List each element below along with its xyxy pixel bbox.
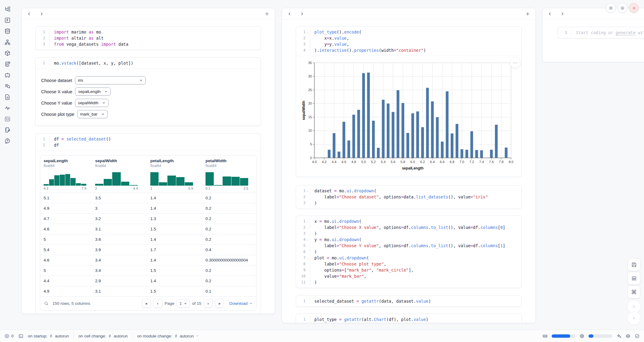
code-editor[interactable]: 1plot_type = getattr(alt.Chart(df), plot… xyxy=(296,314,521,323)
chevron-right-icon[interactable] xyxy=(560,12,564,16)
next-page-button[interactable]: › xyxy=(204,299,213,308)
shutdown-button[interactable] xyxy=(629,3,639,13)
fold-chevron-icon[interactable]: ⌄ xyxy=(306,29,309,35)
chevron-left-icon[interactable] xyxy=(288,12,292,16)
chevron-right-icon[interactable] xyxy=(300,12,304,16)
documentation-icon[interactable] xyxy=(4,94,11,100)
chat-icon[interactable] xyxy=(4,72,11,78)
choose-x-value-dropdown[interactable]: sepalLength xyxy=(75,87,111,96)
line-number: 2 xyxy=(296,35,310,41)
search-icon[interactable] xyxy=(44,301,49,306)
column-header-sepalLength[interactable]: sepalLengthfloat644.37.9 xyxy=(40,159,92,190)
terminal-button[interactable] xyxy=(18,333,23,339)
prev-page-button[interactable]: ‹ xyxy=(153,299,162,308)
table-row: 4.931.40.2setosa xyxy=(40,203,256,213)
scratchpad-icon[interactable] xyxy=(4,61,11,67)
first-page-button[interactable]: « xyxy=(142,299,151,308)
ai-assistant-button[interactable] xyxy=(616,333,621,339)
file-tree-icon[interactable] xyxy=(4,6,11,12)
editor-placeholder: Start coding or generate with xyxy=(572,30,644,36)
code-editor[interactable]: 1⌄plot_type().encode(2 x=x.value,3 y=y.v… xyxy=(296,27,521,56)
run-button[interactable] xyxy=(627,312,641,325)
code-line: 4).interactive().properties(width="conta… xyxy=(296,47,521,53)
bolt-icon xyxy=(108,334,112,338)
line-number: 8 xyxy=(296,261,310,267)
add-cell-button[interactable] xyxy=(265,12,269,16)
table-row: 4.42.91.40.2setosa xyxy=(40,276,256,286)
logs-icon[interactable] xyxy=(4,83,11,89)
code-line: 1⌄x = mo.ui.dropdown( xyxy=(296,218,521,224)
line-number: 7⌄ xyxy=(296,255,310,261)
code-line: 2import altair as alt xyxy=(36,35,261,41)
line-number: 9 xyxy=(296,267,310,273)
control-row: Choose plot typemark_bar xyxy=(41,110,255,118)
column-header xyxy=(22,8,275,20)
code-line: 10 value="mark_bar", xyxy=(296,273,521,279)
chevron-left-icon[interactable] xyxy=(27,12,31,16)
chevron-right-icon[interactable] xyxy=(40,12,44,16)
code-editor[interactable]: 1import marimo as mo2import altair as al… xyxy=(36,27,261,50)
choose-y-value-dropdown[interactable]: sepalWidth xyxy=(75,99,109,107)
chart-menu-button[interactable]: ••• xyxy=(510,57,521,68)
database-icon[interactable] xyxy=(4,28,11,34)
fold-chevron-icon[interactable]: ⌄ xyxy=(306,237,309,243)
runtime-config-2[interactable]: on cell change:autorun xyxy=(78,334,128,338)
chevron-down-icon xyxy=(249,302,252,305)
function-icon[interactable] xyxy=(4,17,11,23)
dependency-graph-icon[interactable] xyxy=(4,39,11,45)
code-line: 2df xyxy=(36,142,261,148)
page-select[interactable]: 1 xyxy=(177,299,190,308)
menu-button[interactable] xyxy=(606,3,616,13)
column-header-sepalWidth[interactable]: sepalWidthfloat6424.4 xyxy=(92,159,147,190)
play-icon xyxy=(631,315,637,321)
code-editor[interactable]: 1 Start coding or generate with xyxy=(558,27,644,38)
svg-text:6.0: 6.0 xyxy=(410,160,415,164)
svg-text:6.8: 6.8 xyxy=(450,160,454,164)
code-line: 2 x=x.value, xyxy=(296,35,521,41)
runtime-config-3[interactable]: on module change:autorun xyxy=(137,334,199,338)
chevron-down-icon xyxy=(139,79,143,82)
code-editor[interactable]: 1selected_dataset = getattr(data, datase… xyxy=(296,296,521,307)
runtime-config-1[interactable]: on startup:autorun xyxy=(28,334,69,338)
add-cell-button[interactable] xyxy=(525,12,530,16)
bar-chart[interactable]: 4.04.24.44.64.85.05.25.45.65.86.06.26.46… xyxy=(301,60,517,173)
fold-chevron-icon[interactable]: ⌄ xyxy=(306,218,309,224)
tracing-icon[interactable] xyxy=(4,105,11,111)
code-editor[interactable]: 1⌄dataset = mo.ui.dropdown(2 label="Choo… xyxy=(296,185,521,208)
package-icon[interactable] xyxy=(4,50,11,56)
download-button[interactable]: Download xyxy=(229,301,252,306)
fold-chevron-icon[interactable]: ⌄ xyxy=(306,255,309,261)
column-header-petalWidth[interactable]: petalWidthfloat640.12.5 xyxy=(202,159,256,190)
notebook-icon[interactable] xyxy=(4,127,11,133)
chevron-left-icon[interactable] xyxy=(548,12,552,16)
save-icon xyxy=(631,262,637,268)
dataframe-table: sepalLengthfloat644.37.9sepalWidthfloat6… xyxy=(40,155,256,311)
errors-indicator[interactable]: 0 xyxy=(4,333,14,339)
line-number: 2 xyxy=(36,142,50,148)
connection-status-button[interactable] xyxy=(635,333,640,339)
line-number: 2 xyxy=(296,194,310,200)
choose-dataset-dropdown[interactable]: iris xyxy=(75,76,146,84)
choose-plot-type-dropdown[interactable]: mark_bar xyxy=(77,110,108,118)
generate-link[interactable]: generate xyxy=(616,30,635,35)
line-number: 6 xyxy=(296,249,310,255)
save-button[interactable] xyxy=(628,258,640,271)
table-header: sepalLengthfloat644.37.9sepalWidthfloat6… xyxy=(40,155,256,193)
code-editor[interactable]: 1⌄x = mo.ui.dropdown(2 label="Choose X v… xyxy=(296,216,521,288)
chevron-down-icon xyxy=(101,112,105,116)
notebook-column-left: 1import marimo as mo2import altair as al… xyxy=(21,8,275,314)
svg-text:sepalLength: sepalLength xyxy=(402,166,424,170)
last-page-button[interactable]: » xyxy=(215,299,224,308)
help-icon[interactable] xyxy=(4,138,11,144)
notebook-column-middle: 1⌄plot_type().encode(2 x=x.value,3 y=y.v… xyxy=(282,8,536,323)
code-editor[interactable]: 1df = selected_dataset()2df xyxy=(36,134,261,151)
column-header-petalLength[interactable]: petalLengthfloat6416.9 xyxy=(147,159,202,190)
copilot-button[interactable] xyxy=(625,333,631,339)
svg-text:5.8: 5.8 xyxy=(401,160,405,164)
fold-chevron-icon[interactable]: ⌄ xyxy=(306,188,309,194)
settings-button[interactable] xyxy=(617,3,627,13)
layout-button[interactable] xyxy=(628,272,640,285)
code-editor[interactable]: 1mo.vstack([dataset, x, y, plot]) xyxy=(36,58,261,69)
command-palette-button[interactable]: ⌘ xyxy=(628,286,640,298)
snippets-icon[interactable] xyxy=(4,116,11,122)
